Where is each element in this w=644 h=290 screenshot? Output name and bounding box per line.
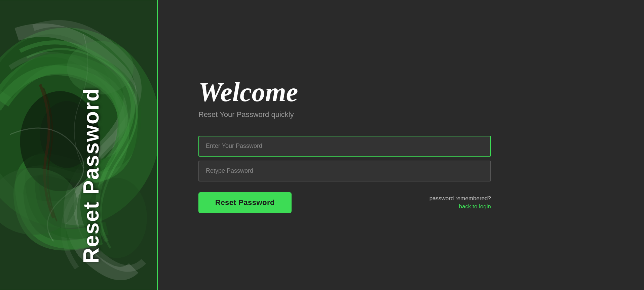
welcome-subtitle: Reset Your Password quickly — [198, 110, 604, 119]
back-to-login-link[interactable]: back to login — [429, 203, 491, 210]
left-panel-title: Reset Password — [79, 88, 104, 263]
welcome-title: Welcome — [198, 77, 604, 107]
reset-password-button[interactable]: Reset Password — [198, 192, 292, 213]
password-field-group — [198, 136, 604, 157]
retype-field-group — [198, 161, 604, 181]
password-remembered-text: password remembered? — [429, 195, 491, 202]
right-panel: Welcome Reset Your Password quickly Rese… — [158, 0, 644, 290]
form-actions: Reset Password password remembered? back… — [198, 192, 491, 213]
svg-point-5 — [67, 41, 134, 94]
password-input[interactable] — [198, 136, 491, 157]
retype-password-input[interactable] — [198, 161, 491, 181]
left-panel: Reset Password — [0, 0, 158, 290]
password-remembered-section: password remembered? back to login — [429, 195, 491, 210]
